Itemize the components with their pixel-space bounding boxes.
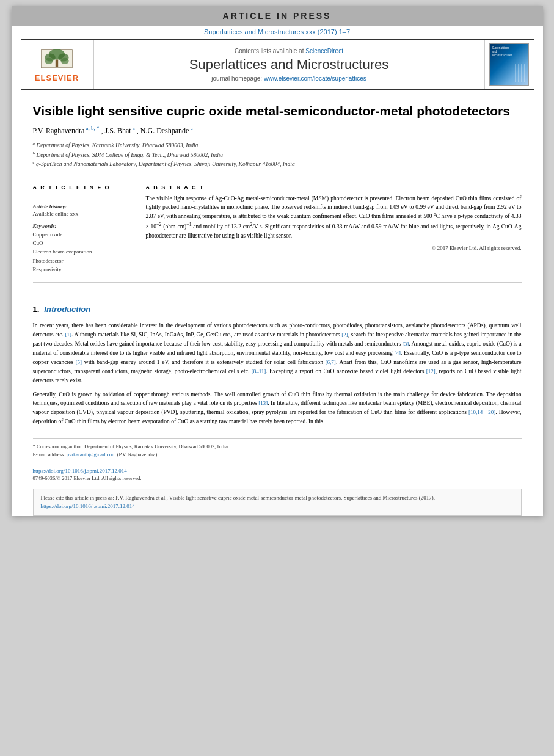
authors-line: P.V. Raghavendra a, b, * , J.S. Bhat a ,… [33,125,522,136]
homepage-link[interactable]: www.elsevier.com/locate/superlattices [264,75,366,82]
article-info-column: A R T I C L E I N F O Article history: A… [33,184,134,274]
ref-2: [2] [341,332,348,338]
abstract-header: A B S T R A C T [146,184,522,191]
email-suffix: (P.V. Raghavendra). [117,451,159,457]
keywords-label: Keywords: [33,223,134,229]
section-number: 1. [33,305,40,314]
journal-title: Superlattices and Microstructures [189,57,388,73]
affiliation-a: a Department of Physics, Karnatak Univer… [33,140,522,150]
svg-point-5 [45,57,53,64]
keyword-1: Copper oxide [33,230,134,239]
article-info-header: A R T I C L E I N F O [33,184,134,191]
svg-rect-4 [56,59,58,67]
doi-area: https://doi.org/10.1016/j.spmi.2017.12.0… [33,464,522,481]
abstract-column: A B S T R A C T The visible light respon… [146,184,522,274]
ref-1: [1] [65,332,71,338]
sciencedirect-link[interactable]: ScienceDirect [305,48,343,54]
ref-5: [5] [76,359,82,365]
keyword-3: Electron beam evaporation [33,247,134,256]
page: ARTICLE IN PRESS Superlattices and Micro… [12,6,543,516]
thumbnail-grid-decoration [503,64,527,82]
banner-text: ARTICLE IN PRESS [223,11,332,21]
copyright-line: © 2017 Elsevier Ltd. All rights reserved… [146,245,522,251]
journal-homepage: journal homepage: www.elsevier.com/locat… [211,75,366,82]
ref-10-14-20: [10,14—20] [468,409,495,415]
keyword-4: Photodetector [33,256,134,265]
ref-12: [12] [426,368,436,374]
elsevier-tree-icon [38,48,75,72]
journal-info-center: Contents lists available at ScienceDirec… [94,40,485,89]
svg-point-6 [61,57,69,64]
elsevier-wordmark: ELSEVIER [35,73,79,82]
journal-header: ELSEVIER Contents lists available at Sci… [21,39,534,90]
keyword-2: CuO [33,239,134,247]
affiliation-c: c q-SpinTech and Nanomaterials Laborator… [33,159,522,169]
elsevier-logo: ELSEVIER [26,46,87,83]
homepage-label: journal homepage: [211,75,262,82]
corresponding-author-note: * Corresponding author. Department of Ph… [33,443,522,459]
footnote-area: * Corresponding author. Department of Ph… [33,438,522,459]
thumbnail-title: SuperlatticesandMicrostructures [492,46,512,57]
journal-thumbnail: SuperlatticesandMicrostructures [489,43,529,86]
author-1: P.V. Raghavendra a, b, * [33,126,101,135]
journal-ref-text: Superlattices and Microstructures xxx (2… [204,28,350,35]
divider-1 [33,178,522,178]
email-label: E-mail address: [33,451,67,457]
info-abstract-columns: A R T I C L E I N F O Article history: A… [33,184,522,274]
ref-8-11: [8–11] [252,368,266,374]
article-in-press-banner: ARTICLE IN PRESS [12,6,543,26]
email-link[interactable]: pvrkaranth@gmail.com [67,451,116,457]
affiliations: a Department of Physics, Karnatak Univer… [33,140,522,169]
contents-label: Contents lists available at [235,48,304,54]
intro-paragraph-2: Generally, CuO is grown by oxidation of … [33,390,522,426]
keyword-5: Responsivity [33,265,134,274]
content-area: Visible light sensitive cupric oxide met… [12,103,543,516]
author-2: J.S. Bhat a [105,126,137,135]
article-title: Visible light sensitive cupric oxide met… [33,103,522,119]
journal-thumbnail-area: SuperlatticesandMicrostructures [485,40,534,89]
ref-4: [4] [395,350,401,356]
history-label: Article history: [33,203,134,209]
history-value: Available online xxx [33,211,134,217]
journal-reference: Superlattices and Microstructures xxx (2… [12,26,543,39]
section-title: Introduction [44,305,90,314]
cite-box: Please cite this article in press as: P.… [33,489,522,516]
ref-3: [3] [403,341,409,347]
author-3: N.G. Deshpande c [140,126,193,135]
doi-link[interactable]: https://doi.org/10.1016/j.spmi.2017.12.0… [33,468,127,474]
cite-doi-link[interactable]: https://doi.org/10.1016/j.spmi.2017.12.0… [41,503,135,509]
ref-13: [13] [258,400,268,406]
abstract-text: The visible light response of Ag-CuO-Ag … [146,194,522,241]
issn-text: 0749-6036/© 2017 Elsevier Ltd. All right… [33,475,522,481]
divider-info [33,197,134,197]
elsevier-logo-area: ELSEVIER [21,40,94,89]
divider-2 [33,282,522,283]
cite-label: Please cite this article in press as: P.… [41,495,436,501]
introduction-section: 1. Introduction In recent years, there h… [33,293,522,426]
affiliation-b: b Department of Physics, SDM College of … [33,150,522,159]
intro-paragraph-1: In recent years, there has been consider… [33,321,522,385]
contents-line: Contents lists available at ScienceDirec… [235,48,343,54]
ref-6-7: [6,7] [326,359,336,365]
